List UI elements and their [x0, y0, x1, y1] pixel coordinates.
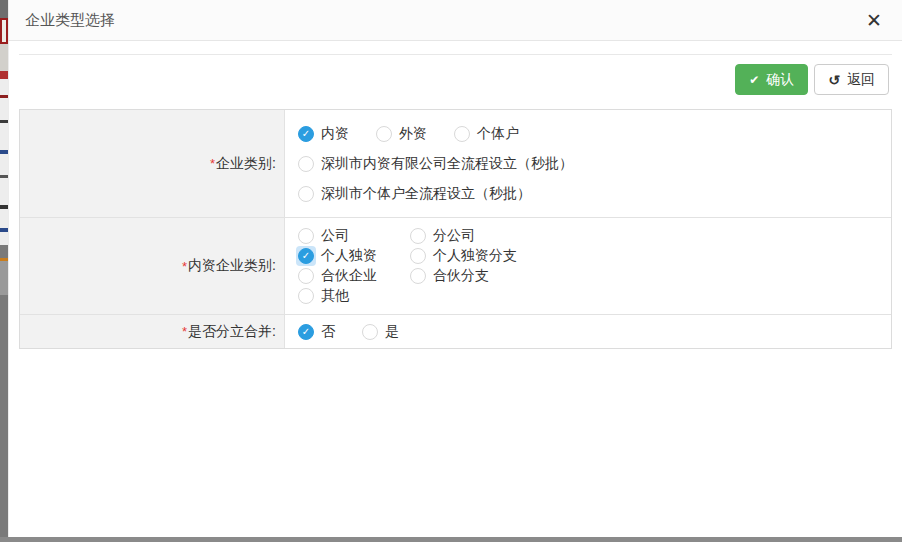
- back-button[interactable]: ↺ 返回: [814, 64, 889, 95]
- required-asterisk: *: [182, 259, 187, 274]
- option-label: 深圳市个体户全流程设立（秒批）: [321, 185, 531, 203]
- radio-checked-icon: ✓: [298, 324, 314, 340]
- option-label: 公司: [321, 227, 349, 245]
- form-row-split-merge: * 是否分立合并: ✓ 否 是: [20, 315, 891, 348]
- option-line: 公司 分公司: [298, 226, 891, 246]
- radio-icon: [298, 288, 314, 304]
- radio-option-neizi[interactable]: ✓ 内资: [298, 125, 349, 143]
- option-label: 外资: [399, 125, 427, 143]
- row-label-cell: * 是否分立合并:: [20, 315, 285, 348]
- option-line: 其他: [298, 286, 891, 306]
- form-row-enterprise-category: * 企业类别: ✓ 内资 外资: [20, 110, 891, 218]
- background-fragment: [0, 228, 8, 232]
- dialog-header: 企业类型选择 ✕: [9, 0, 902, 41]
- radio-option-fengongsi[interactable]: 分公司: [410, 227, 475, 245]
- radio-icon: [410, 268, 426, 284]
- background-page-strip: [0, 0, 8, 537]
- option-line: 深圳市个体户全流程设立（秒批）: [298, 179, 891, 209]
- background-fragment: [0, 71, 8, 79]
- background-fragment: [0, 120, 8, 123]
- background-fragment: [0, 150, 8, 154]
- background-fragment: [0, 95, 8, 98]
- background-fragment: [0, 175, 8, 178]
- radio-focus-ring: ✓: [296, 246, 316, 266]
- option-label: 是: [385, 323, 399, 341]
- dialog-body: ✔ 确认 ↺ 返回 * 企业类别: ✓ 内资: [9, 54, 902, 349]
- option-line: ✓ 否 是: [298, 320, 891, 344]
- radio-icon: [298, 186, 314, 202]
- row-options-cell: ✓ 内资 外资 个体户: [285, 110, 891, 217]
- option-label: 个人独资分支: [433, 247, 517, 265]
- option-line: 深圳市内资有限公司全流程设立（秒批）: [298, 149, 891, 179]
- row-label-cell: * 企业类别:: [20, 110, 285, 217]
- option-line: ✓ 个人独资 个人独资分支: [298, 246, 891, 266]
- radio-option-geren-duzi-fenzhi[interactable]: 个人独资分支: [410, 247, 517, 265]
- option-label: 其他: [321, 287, 349, 305]
- enterprise-type-dialog: 企业类型选择 ✕ ✔ 确认 ↺ 返回 * 企业类别:: [8, 0, 902, 537]
- row-label: 企业类别:: [216, 155, 276, 173]
- radio-option-sz-getihu-fullflow[interactable]: 深圳市个体户全流程设立（秒批）: [298, 185, 531, 203]
- option-label: 合伙企业: [321, 267, 377, 285]
- radio-option-hehuo-qiye[interactable]: 合伙企业: [298, 267, 410, 285]
- radio-icon: [410, 228, 426, 244]
- option-label: 个人独资: [321, 247, 377, 265]
- page-bottom-edge: [0, 537, 902, 542]
- radio-icon: [298, 268, 314, 284]
- radio-icon: [298, 156, 314, 172]
- option-label: 深圳市内资有限公司全流程设立（秒批）: [321, 155, 573, 173]
- radio-icon: [376, 126, 392, 142]
- close-icon[interactable]: ✕: [862, 9, 886, 32]
- option-label: 内资: [321, 125, 349, 143]
- background-fragment: [0, 18, 8, 44]
- radio-icon: [362, 324, 378, 340]
- row-label: 内资企业类别:: [188, 257, 276, 275]
- confirm-button[interactable]: ✔ 确认: [735, 64, 808, 95]
- background-fragment: [0, 205, 8, 209]
- check-icon: ✔: [749, 73, 759, 87]
- form-row-domestic-type: * 内资企业类别: 公司 分公司: [20, 218, 891, 315]
- radio-icon: [298, 228, 314, 244]
- option-label: 个体户: [477, 125, 519, 143]
- enterprise-form-table: * 企业类别: ✓ 内资 外资: [19, 109, 892, 349]
- radio-option-sz-neizi-fullflow[interactable]: 深圳市内资有限公司全流程设立（秒批）: [298, 155, 573, 173]
- required-asterisk: *: [210, 156, 215, 171]
- background-fragment: [0, 79, 8, 245]
- radio-icon: [410, 248, 426, 264]
- undo-icon: ↺: [828, 72, 840, 88]
- radio-checked-icon: ✓: [298, 126, 314, 142]
- radio-option-hehuo-fenzhi[interactable]: 合伙分支: [410, 267, 489, 285]
- row-options-cell: 公司 分公司 ✓ 个人独资: [285, 218, 891, 314]
- dialog-title: 企业类型选择: [25, 11, 115, 30]
- row-options-cell: ✓ 否 是: [285, 315, 891, 348]
- row-label: 是否分立合并:: [188, 323, 276, 341]
- option-line: 合伙企业 合伙分支: [298, 266, 891, 286]
- radio-checked-icon: ✓: [298, 248, 314, 264]
- radio-option-geren-duzi[interactable]: ✓ 个人独资: [298, 247, 410, 265]
- option-label: 否: [321, 323, 335, 341]
- back-button-label: 返回: [847, 71, 875, 89]
- radio-option-waizi[interactable]: 外资: [376, 125, 427, 143]
- radio-option-no[interactable]: ✓ 否: [298, 323, 335, 341]
- row-label-cell: * 内资企业类别:: [20, 218, 285, 314]
- radio-icon: [454, 126, 470, 142]
- option-label: 合伙分支: [433, 267, 489, 285]
- background-fragment: [0, 261, 8, 295]
- required-asterisk: *: [182, 324, 187, 339]
- radio-option-getihu[interactable]: 个体户: [454, 125, 519, 143]
- radio-option-yes[interactable]: 是: [362, 323, 399, 341]
- radio-option-gongsi[interactable]: 公司: [298, 227, 410, 245]
- confirm-button-label: 确认: [766, 71, 794, 89]
- option-line: ✓ 内资 外资 个体户: [298, 119, 891, 149]
- option-label: 分公司: [433, 227, 475, 245]
- radio-option-qita[interactable]: 其他: [298, 287, 410, 305]
- background-fragment: [0, 0, 8, 18]
- background-fragment: [0, 44, 8, 71]
- dialog-toolbar: ✔ 确认 ↺ 返回: [19, 55, 892, 108]
